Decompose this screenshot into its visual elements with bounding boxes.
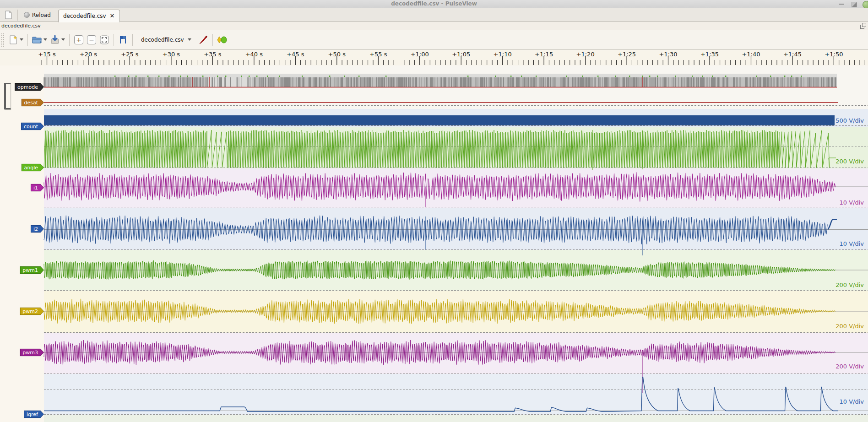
channel-tag-shape: i2 [31, 225, 44, 233]
ruler-tick-label: +1:45 [783, 51, 802, 58]
scale-label-pwm1: 200 V/div [835, 281, 864, 288]
decoder-icon [217, 36, 228, 44]
save-icon [50, 35, 60, 45]
ruler-tick-label: +1:50 [825, 51, 843, 58]
file-selector-arrow [188, 38, 191, 41]
zoom-in-button[interactable]: + [72, 33, 85, 47]
window-title: decodedfile.csv - PulseView [0, 0, 868, 7]
channel-name-text: count [24, 124, 38, 130]
ruler-tick-label: +20 s [80, 51, 97, 58]
minimize-button[interactable] [839, 4, 844, 5]
channel-name-text: pwm2 [22, 308, 38, 314]
channel-label-pwm3[interactable]: pwm3 [20, 349, 44, 357]
zoom-fit-button[interactable] [98, 33, 111, 47]
channel-name-text: i2 [33, 226, 38, 232]
maximize-button[interactable] [852, 2, 857, 7]
new-session-button[interactable] [7, 33, 20, 47]
channel-label-i1[interactable]: i1 [31, 184, 44, 192]
ruler-tick-label: +1:05 [452, 51, 470, 58]
ruler-tick-label: +45 s [287, 51, 304, 58]
new-session-icon[interactable] [2, 8, 15, 22]
file-name-label: decodedfile.csv [1, 23, 41, 29]
ruler-tick-label: +1:35 [700, 51, 719, 58]
channel-tag-shape: pwm3 [20, 349, 44, 357]
row-background [44, 374, 868, 415]
file-selector-value: decodedfile.csv [141, 37, 184, 43]
channel-label-desat[interactable]: desat [21, 99, 44, 107]
close-window-button[interactable] [863, 1, 868, 9]
ruler-tick-label: +35 s [204, 51, 221, 58]
cursors-icon [118, 35, 128, 44]
main-toolbar: + − decodedfile.csv [0, 30, 868, 50]
scale-label-i1: 10 V/div [839, 199, 864, 206]
file-selector-dropdown[interactable]: decodedfile.csv [137, 35, 195, 44]
ruler-tick-label: +1:25 [618, 51, 636, 58]
channel-group-bracket[interactable] [4, 83, 11, 109]
file-path-row: decodedfile.csv [0, 22, 868, 30]
zoom-fit-icon [100, 35, 109, 44]
channel-label-iqref[interactable]: iqref [24, 411, 44, 418]
open-file-button[interactable] [31, 33, 43, 47]
decoder-button[interactable] [216, 33, 228, 47]
channel-label-pwm1[interactable]: pwm1 [20, 266, 44, 274]
show-cursors-button[interactable] [117, 33, 130, 47]
ruler-tick-label: +1:20 [576, 51, 595, 58]
time-ruler[interactable]: +15 s+20 s+25 s+30 s+35 s+40 s+45 s+50 s… [0, 50, 868, 65]
zoom-out-icon: − [87, 35, 96, 44]
channel-name-text: angle [24, 165, 38, 171]
separator [69, 34, 70, 46]
scale-label-pwm2: 200 V/div [835, 323, 864, 330]
channel-tag-shape: pwm2 [20, 308, 44, 315]
channel-tag-shape: desat [21, 99, 44, 107]
open-dropdown-arrow[interactable] [43, 38, 47, 41]
channel-label-angle[interactable]: angle [21, 164, 44, 172]
scale-label-i2: 10 V/div [839, 240, 864, 247]
toolbar-grip[interactable] [1, 33, 5, 47]
scale-label-angle: 200 V/div [835, 158, 864, 165]
channel-tag-shape: i1 [31, 184, 44, 192]
tab-close-icon[interactable]: ✕ [110, 13, 115, 19]
channel-name-text: pwm1 [22, 267, 38, 273]
zoom-out-button[interactable]: − [85, 33, 98, 47]
reload-label: Reload [32, 12, 51, 18]
detach-view-icon[interactable] [860, 23, 866, 29]
tab-decodedfile[interactable]: decodedfile.csv ✕ [58, 10, 120, 22]
channel-label-count[interactable]: count [21, 123, 44, 130]
separator [132, 34, 133, 46]
open-folder-icon [32, 35, 43, 44]
ruler-tick-label: +30 s [163, 51, 180, 58]
new-dropdown-arrow[interactable] [20, 38, 23, 41]
tab-label: decodedfile.csv [63, 13, 106, 19]
pulseview-window: { "window": {"title": "decodedfile.csv -… [0, 0, 868, 422]
ruler-tick-label: +1:30 [659, 51, 678, 58]
scale-label-pwm3: 200 V/div [835, 363, 864, 370]
separator [114, 34, 114, 46]
channel-label-i2[interactable]: i2 [31, 225, 44, 233]
reload-button[interactable]: Reload [21, 11, 54, 19]
separator [27, 34, 28, 46]
row-background [44, 208, 868, 250]
channel-label-pwm2[interactable]: pwm2 [20, 308, 44, 315]
channel-tag-shape: pwm1 [20, 266, 44, 274]
page-icon [5, 11, 12, 19]
save-file-button[interactable] [49, 33, 61, 47]
channel-name-text: desat [24, 100, 38, 106]
save-dropdown-arrow[interactable] [61, 38, 65, 41]
scale-label-count: 500 V/div [835, 117, 864, 124]
separator [57, 10, 57, 21]
probe-connect-button[interactable] [197, 33, 210, 47]
channel-label-opmode[interactable]: opmode [15, 83, 44, 91]
ruler-tick-label: +1:15 [535, 51, 553, 58]
channel-tag-shape: iqref [24, 411, 44, 418]
trace-count [44, 115, 835, 125]
ruler-tick-label: +1:40 [742, 51, 760, 58]
channel-tag-shape: angle [21, 164, 44, 172]
channel-name-text: opmode [17, 84, 38, 90]
channel-name-text: i1 [33, 185, 38, 191]
trace-view[interactable]: opmodedesatcount500 V/divangle200 V/divi… [0, 65, 868, 422]
ruler-tick-label: +25 s [121, 51, 138, 58]
title-bar[interactable]: decodedfile.csv - PulseView [0, 0, 868, 9]
channel-tag-shape: opmode [15, 83, 44, 91]
waveform-canvas [0, 65, 868, 422]
probe-icon [198, 35, 208, 45]
